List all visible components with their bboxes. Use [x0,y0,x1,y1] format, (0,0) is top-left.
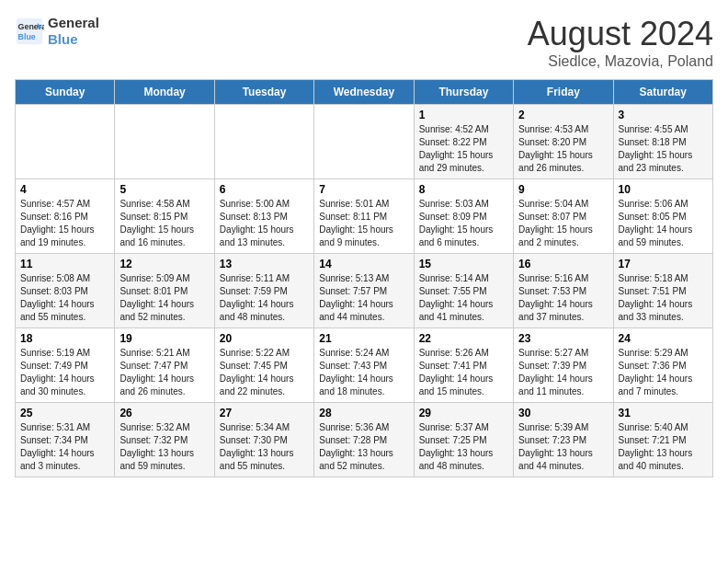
calendar-cell: 28Sunrise: 5:36 AMSunset: 7:28 PMDayligh… [314,403,414,477]
logo-line1: General [48,15,99,31]
day-info: Sunrise: 5:34 AMSunset: 7:30 PMDaylight:… [220,421,309,473]
day-info: Sunrise: 5:14 AMSunset: 7:55 PMDaylight:… [419,272,508,324]
day-number: 29 [419,407,508,419]
day-info: Sunrise: 5:32 AMSunset: 7:32 PMDaylight:… [119,421,209,473]
calendar-week-row: 4Sunrise: 4:57 AMSunset: 8:16 PMDaylight… [16,179,713,254]
day-info: Sunrise: 4:58 AMSunset: 8:15 PMDaylight:… [119,198,209,249]
day-number: 31 [619,407,708,419]
calendar-cell: 31Sunrise: 5:40 AMSunset: 7:21 PMDayligh… [613,403,712,477]
day-number: 3 [619,109,708,121]
day-number: 1 [419,109,508,121]
title-block: August 2024 Siedlce, Mazovia, Poland [528,15,713,70]
day-info: Sunrise: 5:21 AMSunset: 7:47 PMDaylight:… [119,347,209,398]
day-number: 19 [119,332,209,345]
calendar-cell: 15Sunrise: 5:14 AMSunset: 7:55 PMDayligh… [414,254,513,328]
calendar-cell: 21Sunrise: 5:24 AMSunset: 7:43 PMDayligh… [314,328,414,403]
day-info: Sunrise: 5:13 AMSunset: 7:57 PMDaylight:… [319,272,408,324]
calendar-cell: 10Sunrise: 5:06 AMSunset: 8:05 PMDayligh… [613,179,712,254]
calendar-cell: 3Sunrise: 4:55 AMSunset: 8:18 PMDaylight… [613,105,712,179]
day-info: Sunrise: 5:26 AMSunset: 7:41 PMDaylight:… [419,347,508,398]
calendar-cell: 22Sunrise: 5:26 AMSunset: 7:41 PMDayligh… [414,328,513,403]
day-number: 15 [419,258,508,270]
day-info: Sunrise: 5:03 AMSunset: 8:09 PMDaylight:… [419,198,508,249]
day-info: Sunrise: 5:08 AMSunset: 8:03 PMDaylight:… [20,272,109,324]
calendar-cell: 4Sunrise: 4:57 AMSunset: 8:16 PMDaylight… [16,179,115,254]
calendar-cell: 6Sunrise: 5:00 AMSunset: 8:13 PMDaylight… [214,179,313,254]
day-info: Sunrise: 5:31 AMSunset: 7:34 PMDaylight:… [20,421,109,473]
day-number: 21 [319,332,408,345]
day-number: 16 [518,258,608,270]
page-header: General Blue General Blue August 2024 Si… [15,15,713,70]
calendar-cell: 9Sunrise: 5:04 AMSunset: 8:07 PMDaylight… [514,179,613,254]
calendar-week-row: 1Sunrise: 4:52 AMSunset: 8:22 PMDaylight… [16,105,713,179]
day-number: 12 [119,258,209,270]
day-info: Sunrise: 5:39 AMSunset: 7:23 PMDaylight:… [518,421,608,473]
svg-text:Blue: Blue [18,32,36,41]
calendar-cell: 16Sunrise: 5:16 AMSunset: 7:53 PMDayligh… [514,254,613,328]
day-number: 11 [20,258,109,270]
calendar-cell: 11Sunrise: 5:08 AMSunset: 8:03 PMDayligh… [16,254,115,328]
calendar-table: SundayMondayTuesdayWednesdayThursdayFrid… [15,79,713,477]
weekday-header: Wednesday [314,80,414,105]
weekday-header: Thursday [414,80,513,105]
day-info: Sunrise: 5:40 AMSunset: 7:21 PMDaylight:… [619,421,708,473]
calendar-cell: 18Sunrise: 5:19 AMSunset: 7:49 PMDayligh… [16,328,115,403]
day-number: 7 [319,183,408,196]
subtitle: Siedlce, Mazovia, Poland [528,53,713,70]
day-number: 26 [119,407,209,419]
day-info: Sunrise: 5:06 AMSunset: 8:05 PMDaylight:… [619,198,708,249]
calendar-cell: 24Sunrise: 5:29 AMSunset: 7:36 PMDayligh… [613,328,712,403]
calendar-cell: 2Sunrise: 4:53 AMSunset: 8:20 PMDaylight… [514,105,613,179]
weekday-header: Saturday [613,80,712,105]
calendar-cell: 19Sunrise: 5:21 AMSunset: 7:47 PMDayligh… [115,328,214,403]
calendar-week-row: 11Sunrise: 5:08 AMSunset: 8:03 PMDayligh… [16,254,713,328]
calendar-cell: 13Sunrise: 5:11 AMSunset: 7:59 PMDayligh… [214,254,313,328]
day-number: 25 [20,407,109,419]
calendar-cell [314,105,414,179]
weekday-header: Monday [115,80,214,105]
day-number: 20 [220,332,309,345]
day-number: 27 [220,407,309,419]
logo-line2: Blue [48,31,99,48]
day-info: Sunrise: 4:57 AMSunset: 8:16 PMDaylight:… [20,198,109,249]
calendar-cell: 20Sunrise: 5:22 AMSunset: 7:45 PMDayligh… [214,328,313,403]
day-info: Sunrise: 5:24 AMSunset: 7:43 PMDaylight:… [319,347,408,398]
logo: General Blue General Blue [15,15,99,48]
day-info: Sunrise: 5:11 AMSunset: 7:59 PMDaylight:… [220,272,309,324]
calendar-cell: 1Sunrise: 4:52 AMSunset: 8:22 PMDaylight… [414,105,513,179]
day-info: Sunrise: 5:37 AMSunset: 7:25 PMDaylight:… [419,421,508,473]
day-number: 13 [220,258,309,270]
calendar-cell: 14Sunrise: 5:13 AMSunset: 7:57 PMDayligh… [314,254,414,328]
day-number: 22 [419,332,508,345]
day-number: 4 [20,183,109,196]
calendar-cell: 7Sunrise: 5:01 AMSunset: 8:11 PMDaylight… [314,179,414,254]
calendar-cell: 12Sunrise: 5:09 AMSunset: 8:01 PMDayligh… [115,254,214,328]
weekday-row: SundayMondayTuesdayWednesdayThursdayFrid… [16,80,713,105]
calendar-cell: 25Sunrise: 5:31 AMSunset: 7:34 PMDayligh… [16,403,115,477]
day-number: 24 [619,332,708,345]
day-info: Sunrise: 4:53 AMSunset: 8:20 PMDaylight:… [518,123,608,175]
day-number: 9 [518,183,608,196]
logo-icon: General Blue [15,17,44,46]
calendar-cell: 30Sunrise: 5:39 AMSunset: 7:23 PMDayligh… [514,403,613,477]
weekday-header: Tuesday [214,80,313,105]
main-title: August 2024 [528,15,713,53]
day-info: Sunrise: 5:09 AMSunset: 8:01 PMDaylight:… [119,272,209,324]
calendar-body: 1Sunrise: 4:52 AMSunset: 8:22 PMDaylight… [16,105,713,477]
day-info: Sunrise: 5:19 AMSunset: 7:49 PMDaylight:… [20,347,109,398]
day-number: 18 [20,332,109,345]
calendar-cell: 27Sunrise: 5:34 AMSunset: 7:30 PMDayligh… [214,403,313,477]
calendar-cell: 29Sunrise: 5:37 AMSunset: 7:25 PMDayligh… [414,403,513,477]
calendar-cell: 5Sunrise: 4:58 AMSunset: 8:15 PMDaylight… [115,179,214,254]
day-info: Sunrise: 4:52 AMSunset: 8:22 PMDaylight:… [419,123,508,175]
day-number: 2 [518,109,608,121]
day-number: 5 [119,183,209,196]
calendar-week-row: 25Sunrise: 5:31 AMSunset: 7:34 PMDayligh… [16,403,713,477]
day-info: Sunrise: 5:36 AMSunset: 7:28 PMDaylight:… [319,421,408,473]
day-info: Sunrise: 5:00 AMSunset: 8:13 PMDaylight:… [220,198,309,249]
calendar-cell [16,105,115,179]
day-number: 14 [319,258,408,270]
weekday-header: Friday [514,80,613,105]
day-info: Sunrise: 4:55 AMSunset: 8:18 PMDaylight:… [619,123,708,175]
calendar-cell: 26Sunrise: 5:32 AMSunset: 7:32 PMDayligh… [115,403,214,477]
